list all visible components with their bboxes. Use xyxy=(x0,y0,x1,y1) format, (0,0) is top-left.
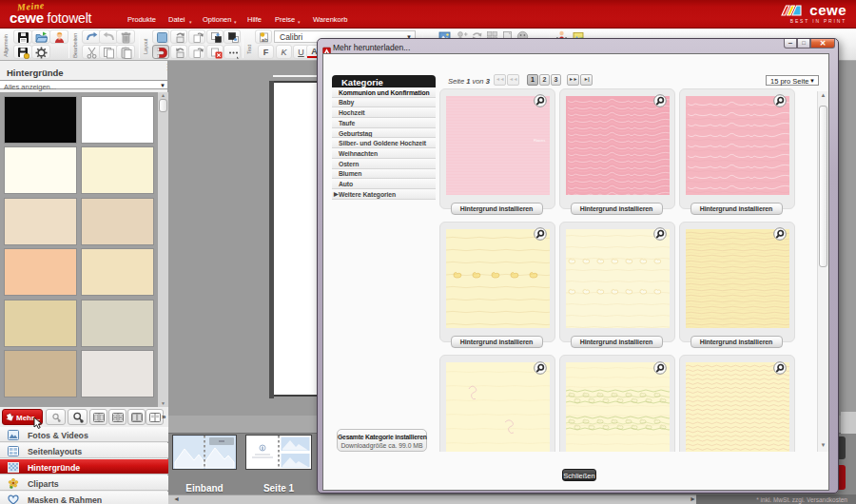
svg-text:Flowers: Flowers xyxy=(534,139,546,143)
svg-text:ab: ab xyxy=(262,36,268,42)
